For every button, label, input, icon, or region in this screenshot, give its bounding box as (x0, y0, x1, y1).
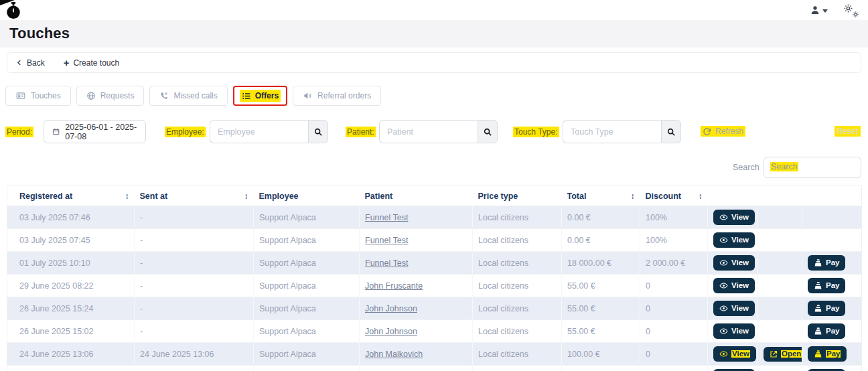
cell-pay-action (802, 206, 862, 229)
cell-discount: 100% (640, 206, 708, 229)
employee-filter-label: Employee: (165, 127, 206, 137)
magnifier-icon (666, 127, 676, 137)
pay-button[interactable]: Pay (808, 346, 847, 362)
view-button[interactable]: View (713, 346, 756, 362)
cell-sent-at: - (135, 206, 254, 229)
cell-registered-at: 03 July 2025 07:45 (7, 229, 135, 252)
cell-price-type: Local citizens (473, 320, 562, 343)
cell-discount: 0 (640, 366, 708, 371)
employee-search-button[interactable] (308, 120, 328, 143)
view-button[interactable]: View (713, 301, 755, 316)
cell-price-type: Local citizens (473, 229, 562, 252)
cash-register-icon (814, 258, 822, 267)
patient-link[interactable]: John Fruscante (365, 281, 423, 291)
pay-button[interactable]: Pay (808, 255, 845, 271)
cell-open-action (758, 229, 802, 252)
tab-bar: Touches Requests Missed calls Offers (5, 86, 381, 106)
patient-link[interactable]: John Johnson (365, 304, 417, 313)
patient-link[interactable]: John Johnson (365, 327, 417, 336)
tab-offers[interactable]: Offers (233, 86, 287, 106)
top-bar (0, 0, 868, 20)
patient-link[interactable]: Funnel Test (365, 236, 408, 245)
patient-link[interactable]: Funnel Test (365, 258, 408, 268)
col-discount: Discount↕ (640, 186, 708, 206)
view-button[interactable]: View (713, 255, 755, 271)
cell-registered-at: 03 July 2025 07:46 (7, 206, 135, 229)
plus-icon: + (64, 58, 70, 68)
patient-input[interactable] (379, 120, 478, 143)
tab-requests[interactable]: Requests (76, 86, 145, 106)
globe-icon (86, 91, 96, 100)
cell-pay-action: Pay (802, 366, 862, 371)
employee-filter (210, 120, 328, 143)
back-button[interactable]: Back (16, 58, 45, 68)
cash-register-icon (814, 304, 822, 313)
offers-table: Registered at↕ Sent at↕ Employee Patient… (7, 186, 861, 371)
table-body: 03 July 2025 07:46-Support AlpacaFunnel … (7, 206, 862, 371)
tab-missed-calls[interactable]: Missed calls (149, 86, 227, 106)
cell-view-action: View (708, 297, 758, 320)
cell-employee: Support Alpaca (254, 275, 360, 297)
patient-link[interactable]: Funnel Test (365, 213, 408, 222)
table-row: 03 July 2025 07:46-Support AlpacaFunnel … (7, 206, 862, 229)
cell-patient: John Fruscante (360, 275, 473, 297)
cell-total: 1 044.00 € (562, 366, 640, 371)
employee-input[interactable] (210, 120, 308, 143)
cell-price-type: Local citizens (473, 275, 562, 297)
cell-discount: 0 (640, 343, 708, 366)
cash-register-icon (814, 350, 822, 358)
search-input[interactable] (764, 157, 861, 178)
create-touch-label: Create touch (73, 58, 119, 68)
view-button[interactable]: View (713, 323, 755, 339)
create-touch-button[interactable]: + Create touch (64, 58, 119, 68)
view-button[interactable]: View (713, 210, 755, 225)
cell-registered-at: 29 June 2025 08:22 (7, 275, 135, 297)
cell-view-action: View (708, 229, 758, 252)
external-link-icon (770, 350, 778, 358)
table-row: 03 July 2025 07:45-Support AlpacaFunnel … (7, 229, 862, 252)
sort-icon[interactable]: ↕ (244, 192, 248, 201)
sort-icon[interactable]: ↕ (125, 192, 129, 201)
offers-page: Touches Back + Create touch Touches Requ… (0, 0, 868, 371)
open-button[interactable]: Open (764, 347, 802, 362)
period-label: Period: (5, 127, 33, 137)
cell-total: 18 000.00 € (562, 252, 640, 275)
tab-touches[interactable]: Touches (5, 86, 71, 106)
eye-icon (719, 281, 728, 290)
reset-button[interactable]: Reset (835, 126, 861, 137)
sort-icon[interactable]: ↕ (699, 192, 703, 201)
pay-button[interactable]: Pay (808, 278, 845, 293)
cell-employee: Support Alpaca (254, 297, 360, 320)
cell-sent-at: - (135, 275, 254, 297)
pay-button[interactable]: Pay (808, 323, 845, 339)
user-menu-button[interactable] (810, 5, 828, 15)
person-icon (810, 5, 820, 15)
calendar-icon (52, 127, 60, 136)
patient-search-button[interactable] (478, 120, 498, 143)
touch-type-input[interactable] (563, 120, 661, 143)
touch-type-search-button[interactable] (661, 120, 681, 143)
settings-button[interactable] (844, 4, 859, 16)
table-row: 29 June 2025 08:22-Support AlpacaJohn Fr… (7, 275, 862, 297)
view-button[interactable]: View (713, 278, 755, 293)
cell-price-type: Local citizens (473, 252, 562, 275)
sort-icon[interactable]: ↕ (631, 192, 635, 201)
cell-open-action: Open (758, 343, 802, 366)
cell-total: 55.00 € (562, 275, 640, 297)
chevron-down-icon (822, 9, 828, 13)
eye-icon (719, 304, 728, 313)
period-date-input[interactable]: 2025-06-01 - 2025-07-08 (44, 120, 146, 143)
gears-icon (844, 4, 853, 13)
chevron-left-icon (16, 59, 23, 66)
eye-icon (719, 236, 728, 244)
patient-link[interactable]: John Malkovich (365, 350, 423, 359)
cell-registered-at: 24 June 2025 13:06 (7, 343, 135, 366)
cell-view-action: View (708, 275, 758, 297)
stopwatch-icon (5, 2, 21, 19)
view-button[interactable]: View (713, 232, 755, 248)
cell-employee: Support Alpaca (254, 252, 360, 275)
tab-referral-orders[interactable]: Referral orders (293, 86, 381, 106)
cell-open-action (758, 206, 802, 229)
refresh-button[interactable]: Refresh (701, 126, 745, 137)
pay-button[interactable]: Pay (808, 301, 845, 316)
